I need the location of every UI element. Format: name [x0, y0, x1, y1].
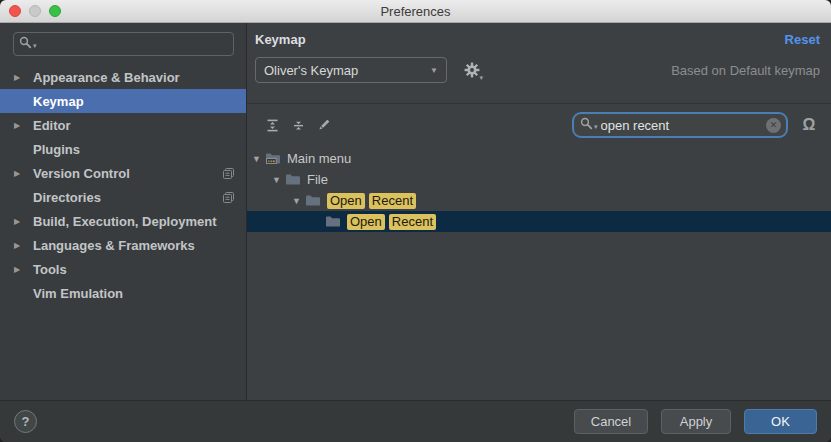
find-actions-by-shortcut-icon[interactable]: Ω [798, 114, 820, 136]
chevron-down-icon[interactable]: ▼ [272, 175, 285, 185]
sidebar-item-tools[interactable]: ▶ Tools [0, 257, 246, 281]
sidebar-item-label: Directories [33, 190, 101, 205]
sidebar-item-vim-emulation[interactable]: Vim Emulation [0, 281, 246, 305]
title-bar: Preferences [0, 0, 831, 23]
keymap-settings-button[interactable]: ▾ [462, 60, 482, 80]
keymap-select[interactable]: Oliver's Keymap ▼ [255, 57, 447, 83]
chevron-right-icon[interactable]: ▶ [14, 169, 33, 178]
sidebar-search-input[interactable] [38, 36, 228, 53]
sidebar-item-editor[interactable]: ▶ Editor [0, 113, 246, 137]
ok-button[interactable]: OK [744, 409, 817, 434]
preferences-window: Preferences ▾ ▶ Appearance & Behavior Ke… [0, 0, 831, 442]
search-icon [19, 36, 32, 52]
minimize-button[interactable] [29, 5, 41, 17]
dialog-footer: ? Cancel Apply OK [0, 400, 831, 442]
tree-row-open-recent-selected[interactable]: Open Recent [247, 211, 831, 232]
chevron-down-icon: ▼ [430, 66, 438, 75]
keymap-tree: ▼ Main menu ▼ [247, 146, 831, 400]
tree-row-open-recent-group[interactable]: ▼ Open Recent [247, 190, 831, 211]
collapse-all-button[interactable] [287, 114, 309, 136]
chevron-right-icon[interactable]: ▶ [14, 73, 33, 82]
match-segment: Recent [389, 214, 436, 230]
tree-row-label: File [307, 172, 328, 187]
tree-row-main-menu[interactable]: ▼ Main menu [247, 148, 831, 169]
folder-icon [285, 173, 301, 186]
sidebar-nav: ▶ Appearance & Behavior Keymap ▶ Editor … [0, 65, 246, 305]
chevron-right-icon[interactable]: ▶ [14, 241, 33, 250]
chevron-right-icon[interactable]: ▶ [14, 265, 33, 274]
highlighted-match: Open Recent [327, 193, 416, 209]
keymap-select-value: Oliver's Keymap [264, 63, 430, 78]
search-options-arrow-icon[interactable]: ▾ [594, 123, 598, 130]
sidebar-item-label: Plugins [33, 142, 80, 157]
chevron-down-icon[interactable]: ▼ [252, 154, 265, 164]
sidebar-item-label: Build, Execution, Deployment [33, 214, 216, 229]
keymap-toolbar: ▾ ✕ Ω [247, 104, 831, 146]
main-menu-icon [265, 152, 281, 165]
tree-row-file[interactable]: ▼ File [247, 169, 831, 190]
sidebar-item-version-control[interactable]: ▶ Version Control [0, 161, 246, 185]
sidebar-item-plugins[interactable]: Plugins [0, 137, 246, 161]
cancel-button[interactable]: Cancel [574, 409, 648, 434]
sidebar-item-label: Vim Emulation [33, 286, 123, 301]
search-options-arrow-icon[interactable]: ▾ [33, 42, 37, 49]
expand-all-button[interactable] [261, 114, 283, 136]
apply-button[interactable]: Apply [661, 409, 731, 434]
highlighted-match: Open Recent [347, 214, 436, 230]
sidebar-item-label: Keymap [33, 94, 84, 109]
sidebar-item-label: Version Control [33, 166, 130, 181]
action-search-field[interactable]: ▾ ✕ [572, 112, 788, 138]
help-button[interactable]: ? [14, 410, 37, 433]
collapse-all-icon [292, 119, 305, 132]
sidebar-item-directories[interactable]: Directories [0, 185, 246, 209]
sidebar-search-field[interactable]: ▾ [13, 32, 234, 56]
sidebar-item-label: Appearance & Behavior [33, 70, 180, 85]
based-on-label: Based on Default keymap [671, 63, 820, 78]
window-title: Preferences [380, 4, 450, 19]
keymap-panel: Keymap Reset Oliver's Keymap ▼ [247, 23, 831, 400]
traffic-lights [9, 5, 61, 17]
match-segment: Recent [369, 193, 416, 209]
sidebar-item-label: Languages & Frameworks [33, 238, 195, 253]
sidebar-item-build-execution-deployment[interactable]: ▶ Build, Execution, Deployment [0, 209, 246, 233]
sidebar-item-keymap[interactable]: Keymap [0, 89, 246, 113]
match-segment: Open [327, 193, 365, 209]
search-icon [580, 117, 593, 133]
sidebar-item-label: Editor [33, 118, 71, 133]
pencil-icon [317, 118, 331, 132]
edit-shortcut-button[interactable] [313, 114, 335, 136]
close-button[interactable] [9, 5, 21, 17]
project-settings-icon [222, 167, 235, 180]
chevron-right-icon[interactable]: ▶ [14, 121, 33, 130]
expand-all-icon [266, 119, 279, 132]
project-settings-icon [222, 191, 235, 204]
page-title: Keymap [255, 32, 306, 47]
sidebar-item-label: Tools [33, 262, 67, 277]
clear-search-icon[interactable]: ✕ [766, 118, 781, 133]
match-segment: Open [347, 214, 385, 230]
reset-link[interactable]: Reset [785, 32, 820, 47]
dialog-body: ▾ ▶ Appearance & Behavior Keymap ▶ Edito… [0, 23, 831, 400]
chevron-right-icon[interactable]: ▶ [14, 217, 33, 226]
sidebar-item-appearance-behavior[interactable]: ▶ Appearance & Behavior [0, 65, 246, 89]
gear-dropdown-arrow-icon: ▾ [479, 74, 483, 82]
chevron-down-icon[interactable]: ▼ [292, 196, 305, 206]
action-search-input[interactable] [599, 117, 765, 134]
folder-icon [325, 215, 341, 228]
gear-icon [464, 62, 480, 78]
zoom-button[interactable] [49, 5, 61, 17]
tree-row-label: Main menu [287, 151, 351, 166]
folder-icon [305, 194, 321, 207]
keymap-header: Keymap Reset Oliver's Keymap ▼ [247, 23, 831, 104]
sidebar-item-languages-frameworks[interactable]: ▶ Languages & Frameworks [0, 233, 246, 257]
settings-sidebar: ▾ ▶ Appearance & Behavior Keymap ▶ Edito… [0, 23, 247, 400]
